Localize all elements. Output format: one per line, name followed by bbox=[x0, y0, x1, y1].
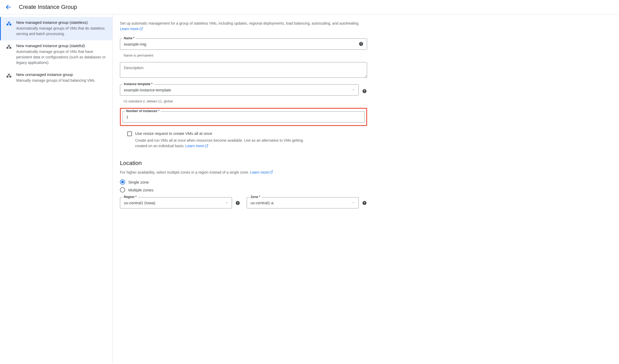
sidebar-item-stateless[interactable]: New managed instance group (stateless) A… bbox=[0, 17, 112, 40]
page-title: Create Instance Group bbox=[19, 4, 77, 10]
instance-group-icon bbox=[5, 44, 13, 51]
name-helper: Name is permanent bbox=[124, 53, 367, 57]
help-icon[interactable]: ? bbox=[362, 89, 367, 94]
sidebar-item-desc: Automatically manage groups of VMs that … bbox=[16, 49, 108, 65]
svg-text:?: ? bbox=[364, 201, 365, 204]
highlighted-section: Number of instances * bbox=[120, 108, 367, 126]
resize-request-checkbox[interactable] bbox=[127, 131, 132, 136]
back-arrow-icon[interactable] bbox=[5, 4, 12, 10]
num-instances-label: Number of instances * bbox=[125, 109, 161, 113]
radio-single-zone[interactable]: Single zone bbox=[120, 179, 367, 185]
description-input[interactable] bbox=[120, 62, 367, 78]
svg-rect-10 bbox=[9, 45, 9, 46]
sidebar-item-unmanaged[interactable]: New unmanaged instance group Manually ma… bbox=[0, 69, 112, 87]
sidebar-item-title: New unmanaged instance group bbox=[16, 72, 108, 77]
sidebar-item-stateful[interactable]: New managed instance group (stateful) Au… bbox=[0, 40, 112, 69]
location-desc: For higher availability, select multiple… bbox=[120, 170, 367, 175]
radio-icon bbox=[120, 179, 125, 185]
location-heading: Location bbox=[120, 160, 367, 167]
sidebar-item-title: New managed instance group (stateless) bbox=[16, 20, 108, 25]
template-label: Instance template * bbox=[123, 82, 154, 86]
help-icon[interactable]: ? bbox=[359, 41, 363, 47]
zone-label: Zone * bbox=[249, 195, 262, 199]
instance-group-icon bbox=[5, 73, 13, 80]
instance-group-icon bbox=[5, 21, 13, 28]
learn-more-link[interactable]: Learn more bbox=[185, 144, 208, 148]
sidebar-item-desc: Automatically manage groups of VMs that … bbox=[16, 26, 108, 37]
sidebar: New managed instance group (stateless) A… bbox=[0, 14, 113, 363]
svg-text:?: ? bbox=[364, 89, 365, 92]
radio-multiple-zones[interactable]: Multiple zones bbox=[120, 187, 367, 192]
svg-rect-2 bbox=[9, 24, 11, 25]
svg-rect-1 bbox=[7, 24, 8, 25]
region-label: Region * bbox=[123, 195, 138, 199]
sidebar-item-title: New managed instance group (stateful) bbox=[16, 43, 108, 48]
svg-rect-11 bbox=[7, 76, 8, 78]
svg-text:?: ? bbox=[237, 201, 239, 204]
svg-rect-7 bbox=[9, 47, 11, 49]
name-input[interactable] bbox=[120, 38, 367, 50]
external-link-icon bbox=[205, 144, 208, 149]
help-icon[interactable]: ? bbox=[362, 200, 367, 206]
resize-request-label: Use resize request to create VMs all at … bbox=[135, 131, 212, 136]
resize-request-desc: Create and run VMs all at once when reso… bbox=[135, 138, 305, 149]
template-select[interactable] bbox=[120, 84, 359, 96]
page-header: Create Instance Group bbox=[0, 0, 619, 14]
name-label: Name * bbox=[123, 36, 136, 40]
svg-rect-15 bbox=[9, 74, 9, 75]
svg-line-21 bbox=[206, 145, 208, 146]
learn-more-link[interactable]: Learn more bbox=[250, 170, 273, 174]
intro-text: Set up automatic management for a group … bbox=[120, 21, 367, 32]
sidebar-item-desc: Manually manage groups of load balancing… bbox=[16, 78, 108, 83]
learn-more-link[interactable]: Learn more bbox=[120, 27, 143, 31]
svg-line-22 bbox=[271, 171, 272, 172]
main-content: Set up automatic management for a group … bbox=[113, 14, 374, 363]
help-icon[interactable]: ? bbox=[235, 200, 240, 206]
external-link-icon bbox=[139, 27, 143, 32]
svg-text:?: ? bbox=[360, 42, 362, 45]
num-instances-input[interactable] bbox=[122, 111, 365, 123]
svg-rect-6 bbox=[7, 47, 8, 49]
radio-icon bbox=[120, 187, 125, 192]
external-link-icon bbox=[269, 170, 273, 175]
zone-select[interactable] bbox=[247, 197, 359, 208]
region-select[interactable] bbox=[120, 197, 232, 208]
svg-rect-5 bbox=[9, 21, 9, 23]
svg-line-16 bbox=[141, 27, 142, 29]
template-helper: n1-standard-2, debian-11, global bbox=[124, 99, 367, 103]
svg-rect-12 bbox=[9, 76, 11, 78]
